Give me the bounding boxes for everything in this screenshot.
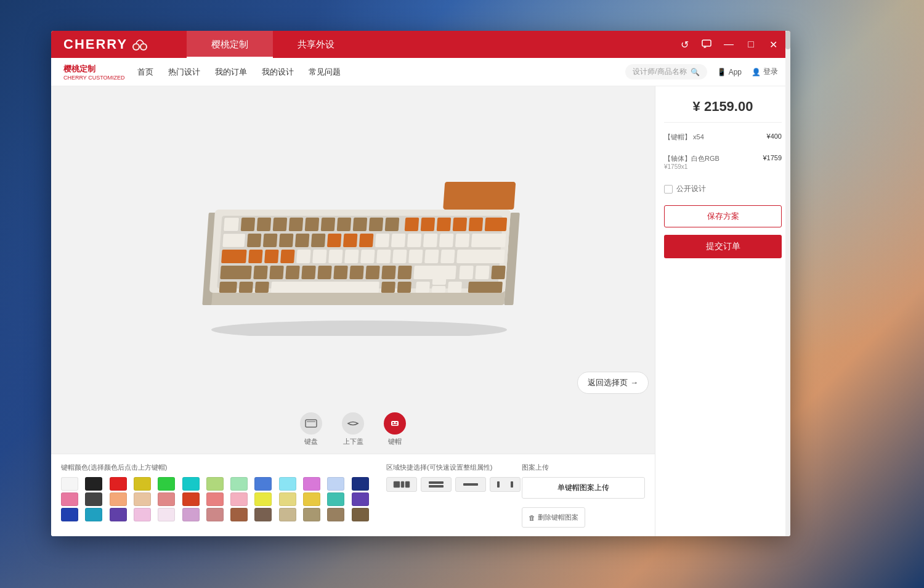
color-grid-row1 [61,477,374,491]
color-swatch[interactable] [158,477,175,491]
color-swatch[interactable] [230,477,248,491]
color-swatch[interactable] [182,492,200,506]
color-swatch[interactable] [254,508,272,521]
navbar-brand: 樱桃定制 CHERRY CUSTOMIZED [63,63,125,81]
restore-button[interactable]: □ [744,37,758,52]
case-icon [300,412,322,435]
svg-rect-60 [220,266,252,279]
color-swatch[interactable] [352,508,369,521]
svg-rect-46 [248,250,263,263]
color-swatch[interactable] [110,508,127,521]
svg-rect-90 [395,422,397,423]
svg-rect-39 [391,234,406,247]
color-swatch[interactable] [206,477,224,491]
color-swatch[interactable] [230,508,248,521]
close-button[interactable]: ✕ [766,37,780,52]
nav-home[interactable]: 首页 [137,64,153,80]
tab-share[interactable]: 共享外设 [273,31,359,58]
color-swatch[interactable] [352,477,369,491]
svg-rect-64 [301,266,316,279]
upload-button[interactable]: 单键帽图案上传 [522,477,645,499]
app-link[interactable]: 📱 App [717,68,742,76]
color-swatch[interactable] [134,508,151,521]
svg-rect-34 [311,234,326,247]
public-design-checkbox[interactable] [664,185,673,194]
color-swatch[interactable] [327,492,344,506]
region-btn-2[interactable] [421,477,452,492]
color-swatch[interactable] [303,492,320,506]
svg-rect-79 [381,282,395,293]
user-button[interactable]: 👤 登录 [752,67,778,77]
chat-button[interactable] [699,37,714,52]
color-swatch[interactable] [61,508,78,521]
back-button[interactable]: 返回选择页 → [577,372,649,394]
svg-rect-41 [423,234,438,247]
color-swatch[interactable] [182,477,200,491]
color-swatch[interactable] [85,508,102,521]
color-swatch[interactable] [134,492,151,506]
submit-button[interactable]: 提交订单 [664,235,782,258]
upload-title: 图案上传 [522,463,645,472]
delete-button[interactable]: 🗑 删除键帽图案 [522,507,585,528]
svg-rect-78 [271,282,379,293]
refresh-button[interactable]: ↺ [677,37,692,52]
color-swatch[interactable] [327,508,344,521]
minimize-button[interactable]: — [721,37,736,52]
nav-hot[interactable]: 热门设计 [168,64,200,80]
nav-designs[interactable]: 我的设计 [262,64,294,80]
color-swatch[interactable] [85,477,102,491]
svg-rect-97 [463,483,478,486]
color-swatch[interactable] [182,508,200,521]
keyboard-3d [180,157,525,336]
view-top-bottom[interactable]: 上下盖 [342,412,364,446]
svg-point-2 [134,44,139,49]
search-bar[interactable]: 设计师/商品名称 🔍 [625,64,707,80]
region-btn-3[interactable] [455,477,486,492]
color-swatch[interactable] [352,492,369,506]
nav-orders[interactable]: 我的订单 [215,64,247,80]
color-swatch[interactable] [279,492,296,506]
view-case[interactable]: 键盘 [300,412,322,446]
region-btn-1[interactable] [386,477,417,492]
save-button[interactable]: 保存方案 [664,205,782,227]
color-swatch[interactable] [230,492,248,506]
color-swatch[interactable] [110,492,127,506]
color-grid-row3 [61,508,374,521]
svg-rect-33 [295,234,310,247]
color-swatch[interactable] [303,508,320,521]
color-swatch[interactable] [206,508,224,521]
region-btn-4[interactable] [490,477,521,492]
color-swatch[interactable] [61,492,78,506]
color-swatch[interactable] [134,477,151,491]
search-placeholder: 设计师/商品名称 [633,67,686,77]
brand-name: CHERRY [63,36,128,52]
public-design-toggle[interactable]: 公开设计 [664,180,782,198]
color-swatch[interactable] [303,477,320,491]
user-icon: 👤 [752,68,761,76]
scrollbar-thumb[interactable] [785,31,790,49]
scrollbar[interactable] [785,31,790,536]
color-swatch[interactable] [279,508,296,521]
keycap-color-section: 键帽颜色(选择颜色后点击上方键帽) [61,463,374,528]
color-swatch[interactable] [254,477,272,491]
color-panel: 键帽颜色(选择颜色后点击上方键帽) 区域快捷选择(可快速设置整组属性) [51,454,655,536]
color-swatch[interactable] [327,477,344,491]
color-swatch[interactable] [279,477,296,491]
svg-rect-72 [459,266,474,279]
tab-custom[interactable]: 樱桃定制 [187,31,273,58]
color-swatch[interactable] [254,492,272,506]
color-swatch[interactable] [110,477,127,491]
svg-rect-88 [391,421,399,426]
color-swatch[interactable] [61,477,78,491]
svg-rect-63 [285,266,300,279]
color-swatch[interactable] [158,508,175,521]
svg-rect-37 [359,234,374,247]
color-swatch[interactable] [85,492,102,506]
svg-rect-58 [440,250,455,263]
svg-rect-16 [289,218,304,231]
color-swatch[interactable] [158,492,175,506]
nav-faq[interactable]: 常见问题 [309,64,341,80]
view-keycaps[interactable]: 键帽 [384,412,406,446]
color-swatch[interactable] [206,492,224,506]
svg-rect-43 [455,234,470,247]
